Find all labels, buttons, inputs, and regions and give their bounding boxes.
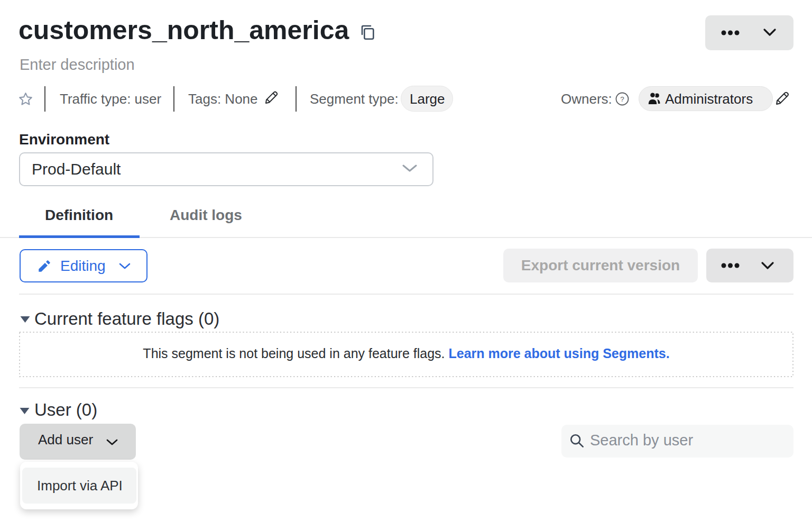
svg-text:?: ?: [620, 95, 624, 103]
